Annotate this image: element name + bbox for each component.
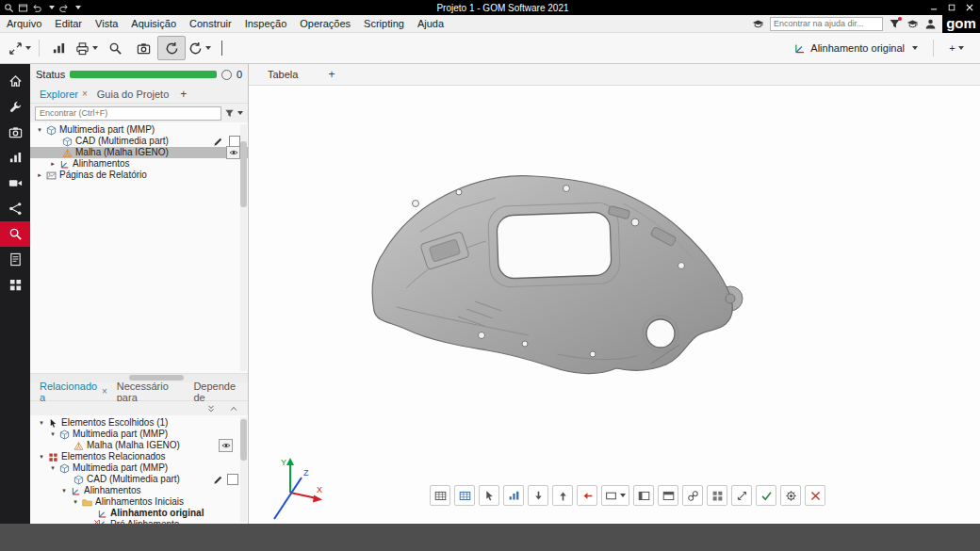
merge-cells-button[interactable] — [707, 485, 727, 506]
alignment-selector[interactable]: Alinhamento original — [787, 40, 924, 57]
table-selection-button[interactable] — [479, 485, 499, 506]
tree-item[interactable]: ▸ Páginas de Relatório — [30, 170, 248, 181]
tab-depends-on[interactable]: Depende de — [189, 381, 248, 403]
table-delete-button[interactable] — [805, 485, 825, 506]
table-image-button[interactable] — [454, 485, 475, 506]
print-report-button[interactable] — [73, 36, 101, 60]
zoom-search-button[interactable] — [101, 36, 129, 60]
tree-item[interactable]: CAD (Multimedia part) — [30, 474, 248, 485]
menu-construir[interactable]: Construir — [183, 18, 238, 29]
expand-arrow-icon[interactable]: ▸ — [36, 170, 43, 181]
redo-icon[interactable] — [58, 3, 69, 13]
filter-button[interactable] — [224, 108, 243, 119]
tree-item[interactable]: ▾ Multimedia part (MMP) — [30, 429, 248, 440]
sidebar-item-apps[interactable] — [0, 272, 30, 298]
eye-icon[interactable] — [226, 146, 240, 159]
tree-item[interactable]: ▾ Elementos Escolhidos (1) — [30, 417, 248, 429]
scrollbar-thumb[interactable] — [240, 419, 247, 461]
row-export-button[interactable] — [577, 485, 597, 506]
expand-all-icon[interactable] — [206, 404, 216, 413]
visibility-checkbox[interactable] — [227, 474, 238, 485]
table-button[interactable] — [430, 485, 450, 506]
table-chart-button[interactable] — [503, 485, 524, 506]
training-hat-icon[interactable] — [752, 18, 764, 30]
expand-arrow-icon[interactable]: ▾ — [36, 124, 43, 136]
tree-item[interactable]: ▾ Multimedia part (MMP) — [30, 462, 248, 474]
menu-editar[interactable]: Editar — [48, 18, 89, 29]
sidebar-item-motion[interactable] — [0, 170, 30, 196]
row-import-button[interactable] — [528, 485, 548, 506]
tree-item[interactable]: ▾ Elementos Relacionados — [30, 451, 248, 462]
sidebar-item-tools[interactable] — [0, 94, 30, 120]
menu-operacoes[interactable]: Operações — [293, 18, 357, 29]
cad-part-model[interactable] — [368, 175, 745, 378]
horizontal-scrollbar[interactable] — [30, 373, 248, 382]
menu-scripting[interactable]: Scripting — [357, 18, 411, 29]
tab-needed-for[interactable]: Necessário para — [113, 381, 188, 403]
histogram-button[interactable] — [44, 36, 73, 60]
vertical-scrollbar[interactable] — [240, 417, 247, 522]
expand-arrow-icon[interactable]: ▾ — [49, 429, 57, 440]
expand-arrow-icon[interactable]: ▾ — [72, 496, 79, 508]
expand-arrow-icon[interactable]: ▾ — [38, 417, 45, 429]
scrollbar-thumb[interactable] — [240, 141, 247, 207]
tab-tabela[interactable]: Tabela — [268, 69, 298, 80]
minimize-button[interactable] — [924, 1, 942, 14]
search-icon[interactable] — [4, 3, 14, 13]
add-view-tab-button[interactable]: + — [322, 68, 340, 81]
help-search-input[interactable] — [770, 17, 883, 31]
tree-item[interactable]: Malha (Malha IGENO) — [30, 440, 248, 451]
menu-arquivo[interactable]: Arquivo — [0, 18, 48, 29]
link-cells-button[interactable] — [682, 485, 703, 506]
recalculate-options-button[interactable] — [186, 36, 214, 60]
sidebar-item-deviation[interactable] — [0, 196, 30, 221]
add-alignment-button[interactable]: + — [942, 36, 971, 60]
tab-related[interactable]: Relacionado a × — [36, 381, 111, 403]
expand-arrow-icon[interactable]: ▾ — [38, 451, 45, 462]
account-icon[interactable] — [924, 18, 937, 30]
tab-close-icon[interactable]: × — [102, 386, 107, 397]
expand-arrow-icon[interactable]: ▸ — [49, 158, 57, 170]
sidebar-item-analysis[interactable] — [0, 145, 30, 170]
menu-inspecao[interactable]: Inspeção — [238, 18, 294, 29]
fit-view-button[interactable] — [6, 36, 34, 60]
row-add-button[interactable] — [552, 485, 573, 506]
scrollbar-thumb[interactable] — [129, 375, 184, 381]
table-settings-button[interactable] — [780, 485, 801, 506]
sidebar-item-home[interactable] — [0, 69, 30, 94]
tree-item[interactable]: ▾ Multimedia part (MMP) — [30, 124, 248, 136]
recalculate-button[interactable] — [157, 36, 186, 60]
edit-pencil-icon[interactable] — [213, 475, 223, 485]
tab-project-guide[interactable]: Guia do Projeto — [93, 89, 172, 100]
vertical-scrollbar[interactable] — [240, 124, 247, 371]
undo-icon[interactable] — [32, 3, 42, 13]
tree-item-current-alignment[interactable]: Alinhamento original — [30, 508, 248, 519]
row-insert-button[interactable] — [658, 485, 678, 506]
3d-viewport[interactable]: Y X Z — [249, 86, 980, 524]
collapse-all-icon[interactable] — [229, 404, 238, 413]
tree-item[interactable]: CAD (Multimedia part) — [30, 136, 248, 147]
eye-icon[interactable] — [219, 439, 233, 452]
sidebar-item-inspect[interactable] — [0, 221, 30, 247]
tree-search-input[interactable] — [35, 106, 221, 121]
menu-ajuda[interactable]: Ajuda — [411, 18, 450, 29]
tab-close-icon[interactable]: × — [82, 89, 88, 99]
add-tab-button[interactable]: + — [174, 88, 192, 101]
menu-aquisicao[interactable]: Aquisição — [124, 18, 183, 29]
sidebar-item-report[interactable] — [0, 247, 30, 272]
cell-format-button[interactable] — [601, 485, 629, 506]
edit-pencil-icon[interactable] — [213, 137, 223, 147]
check-cell-button[interactable] — [756, 485, 776, 506]
fit-table-button[interactable] — [731, 485, 752, 506]
snapshot-button[interactable] — [129, 36, 157, 60]
tree-item[interactable]: ▸ Alinhamentos — [30, 158, 248, 170]
tree-item-selected[interactable]: Malha (Malha IGENO) — [30, 147, 248, 158]
tree-item[interactable]: Pré Alinhamento — [30, 519, 248, 524]
expand-arrow-icon[interactable]: ▾ — [60, 485, 68, 496]
academy-icon[interactable] — [906, 18, 919, 30]
tree-item[interactable]: ▾ Alinhamentos — [30, 485, 248, 496]
sidebar-item-sensor[interactable] — [0, 120, 30, 145]
tab-explorer[interactable]: Explorer × — [36, 89, 91, 100]
expand-arrow-icon[interactable]: ▾ — [49, 462, 57, 474]
smart-help-button[interactable] — [889, 18, 901, 30]
